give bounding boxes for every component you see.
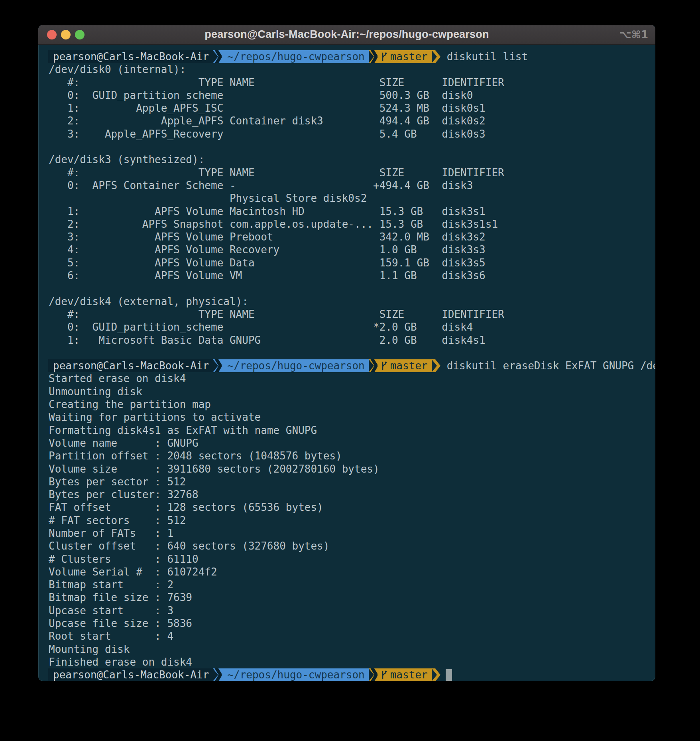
terminal-line: 4: APFS Volume Recovery 1.0 GB disk3s3	[38, 243, 655, 256]
powerline-separator-icon	[213, 668, 222, 681]
terminal-line: Upcase file size : 5836	[38, 617, 655, 630]
prompt-line: pearson@Carls-MacBook-Air~/repos/hugo-cw…	[38, 668, 655, 681]
terminal-line: Mounting disk	[38, 643, 655, 656]
terminal-line: Bytes per cluster: 32768	[38, 488, 655, 501]
terminal-line: 1: Apple_APFS_ISC 524.3 MB disk0s1	[38, 102, 655, 114]
terminal-line: Unmounting disk	[38, 385, 655, 398]
powerline-separator-icon	[369, 50, 378, 63]
git-branch-icon	[380, 670, 388, 680]
terminal-line: Bitmap start : 2	[38, 578, 655, 591]
traffic-lights	[47, 30, 85, 39]
terminal-line: # Clusters : 61110	[38, 553, 655, 566]
prompt-user-host: pearson@Carls-MacBook-Air	[48, 50, 213, 63]
git-branch-label: master	[390, 668, 428, 681]
powerline-separator-icon	[369, 668, 378, 681]
terminal-line: Bitmap file size : 7639	[38, 591, 655, 604]
command-text: diskutil list	[440, 50, 528, 63]
prompt-git-branch: master	[378, 50, 432, 63]
tab-shortcut-hint: ⌥⌘1	[619, 29, 648, 41]
terminal-cursor	[446, 669, 452, 681]
terminal-line	[38, 347, 655, 359]
git-branch-icon	[380, 361, 388, 371]
terminal-line: Volume size : 3911680 sectors (200278016…	[38, 463, 655, 475]
terminal-line: Cluster offset : 640 sectors (327680 byt…	[38, 540, 655, 552]
powerline-separator-icon	[213, 50, 222, 63]
terminal-line: 0: APFS Container Scheme - +494.4 GB dis…	[38, 179, 655, 192]
terminal-line: 3: APFS Volume Preboot 342.0 MB disk3s2	[38, 231, 655, 243]
terminal-line: FAT offset : 128 sectors (65536 bytes)	[38, 501, 655, 514]
terminal-line: 5: APFS Volume Data 159.1 GB disk3s5	[38, 256, 655, 269]
terminal-line: 2: Apple_APFS Container disk3 494.4 GB d…	[38, 114, 655, 127]
terminal-line: 3: Apple_APFS_Recovery 5.4 GB disk0s3	[38, 128, 655, 140]
terminal-line: #: TYPE NAME SIZE IDENTIFIER	[38, 308, 655, 321]
terminal-line: Formatting disk4s1 as ExFAT with name GN…	[38, 424, 655, 437]
git-branch-icon	[380, 51, 388, 62]
terminal-line: Upcase start : 3	[38, 604, 655, 617]
prompt-line: pearson@Carls-MacBook-Air~/repos/hugo-cw…	[38, 359, 655, 372]
terminal-window: pearson@Carls-MacBook-Air:~/repos/hugo-c…	[38, 25, 655, 681]
terminal-line: #: TYPE NAME SIZE IDENTIFIER	[38, 76, 655, 89]
titlebar[interactable]: pearson@Carls-MacBook-Air:~/repos/hugo-c…	[38, 25, 655, 45]
terminal-line: 6: APFS Volume VM 1.1 GB disk3s6	[38, 269, 655, 282]
powerline-separator-icon	[369, 359, 378, 372]
zoom-button[interactable]	[75, 30, 85, 39]
prompt-cwd: ~/repos/hugo-cwpearson	[222, 668, 368, 681]
terminal-line: Volume name : GNUPG	[38, 437, 655, 449]
prompt-cwd: ~/repos/hugo-cwpearson	[222, 359, 368, 372]
powerline-separator-icon	[432, 668, 440, 681]
git-branch-label: master	[390, 359, 428, 372]
terminal-line: Started erase on disk4	[38, 372, 655, 385]
prompt-cwd: ~/repos/hugo-cwpearson	[222, 50, 368, 63]
powerline-separator-icon	[432, 50, 440, 63]
terminal-line: /dev/disk4 (external, physical):	[38, 295, 655, 308]
terminal-line: Physical Store disk0s2	[38, 192, 655, 205]
prompt-user-host: pearson@Carls-MacBook-Air	[48, 668, 213, 681]
terminal-line: Volume Serial # : 610724f2	[38, 566, 655, 578]
terminal-line: Root start : 4	[38, 630, 655, 642]
powerline-separator-icon	[432, 359, 440, 372]
terminal-line: # FAT sectors : 512	[38, 514, 655, 527]
terminal-output[interactable]: pearson@Carls-MacBook-Air~/repos/hugo-cw…	[38, 45, 655, 681]
terminal-line: 1: APFS Volume Macintosh HD 15.3 GB disk…	[38, 205, 655, 218]
prompt-user-host: pearson@Carls-MacBook-Air	[48, 359, 213, 372]
terminal-line	[38, 140, 655, 153]
terminal-line: Number of FATs : 1	[38, 527, 655, 540]
terminal-line: 0: GUID_partition_scheme 500.3 GB disk0	[38, 89, 655, 102]
terminal-line: Partition offset : 2048 sectors (1048576…	[38, 449, 655, 462]
terminal-line: 0: GUID_partition_scheme *2.0 GB disk4	[38, 321, 655, 333]
terminal-line: Finished erase on disk4	[38, 656, 655, 668]
command-text: diskutil eraseDisk ExFAT GNUPG /dev/disk…	[440, 359, 655, 372]
terminal-line: /dev/disk0 (internal):	[38, 63, 655, 76]
minimize-button[interactable]	[61, 30, 71, 39]
git-branch-label: master	[390, 50, 428, 63]
powerline-separator-icon	[213, 359, 222, 372]
terminal-line: 1: Microsoft Basic Data GNUPG 2.0 GB dis…	[38, 334, 655, 347]
prompt-line: pearson@Carls-MacBook-Air~/repos/hugo-cw…	[38, 50, 655, 63]
terminal-line: Creating the partition map	[38, 398, 655, 411]
terminal-line: /dev/disk3 (synthesized):	[38, 153, 655, 166]
terminal-line: Waiting for partitions to activate	[38, 411, 655, 424]
close-button[interactable]	[47, 30, 57, 39]
prompt-git-branch: master	[378, 359, 432, 372]
terminal-line: #: TYPE NAME SIZE IDENTIFIER	[38, 166, 655, 179]
terminal-line: 2: APFS Snapshot com.apple.os.update-...…	[38, 218, 655, 231]
terminal-line	[38, 282, 655, 295]
prompt-git-branch: master	[378, 668, 432, 681]
window-title: pearson@Carls-MacBook-Air:~/repos/hugo-c…	[38, 28, 655, 41]
terminal-line: Bytes per sector : 512	[38, 475, 655, 488]
